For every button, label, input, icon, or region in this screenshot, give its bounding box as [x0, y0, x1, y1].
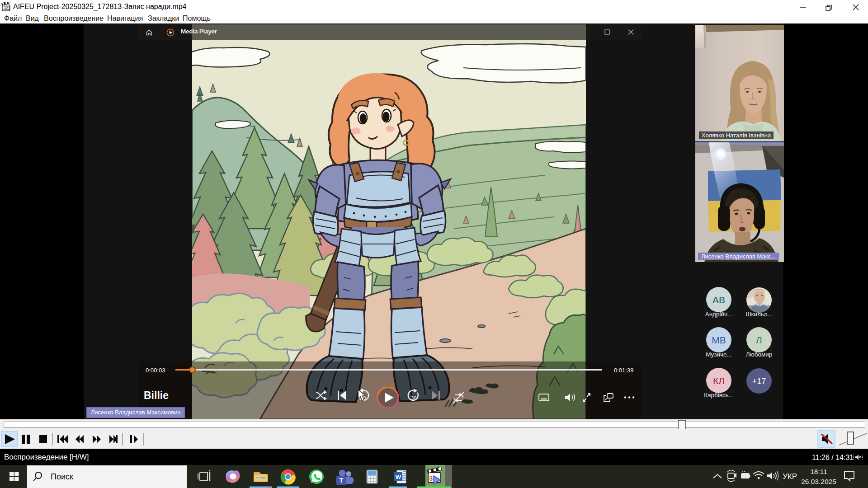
svg-text:МВ: МВ — [712, 335, 726, 345]
svg-text:26.03.2025: 26.03.2025 — [801, 478, 836, 485]
svg-text:18:11: 18:11 — [810, 468, 827, 475]
svg-text:АВ: АВ — [712, 295, 725, 305]
svg-text:УКР: УКР — [783, 472, 797, 481]
svg-text:3: 3 — [429, 474, 433, 482]
svg-text:+17: +17 — [752, 377, 766, 386]
svg-text:КЛ: КЛ — [713, 375, 725, 386]
svg-text:30: 30 — [411, 395, 416, 401]
svg-text:T: T — [340, 477, 344, 484]
svg-text:Поиск: Поиск — [51, 472, 73, 481]
svg-text:Музиче...: Музиче... — [706, 351, 732, 358]
svg-text:Андрійч...: Андрійч... — [705, 311, 733, 318]
svg-text:Любомир: Любомир — [746, 351, 773, 358]
svg-text:Карбівсь...: Карбівсь... — [704, 392, 734, 399]
svg-text:1: 1 — [8, 5, 10, 11]
svg-text:W: W — [396, 474, 401, 480]
svg-text:Л: Л — [756, 335, 762, 345]
svg-text:Шкильо...: Шкильо... — [745, 311, 773, 318]
